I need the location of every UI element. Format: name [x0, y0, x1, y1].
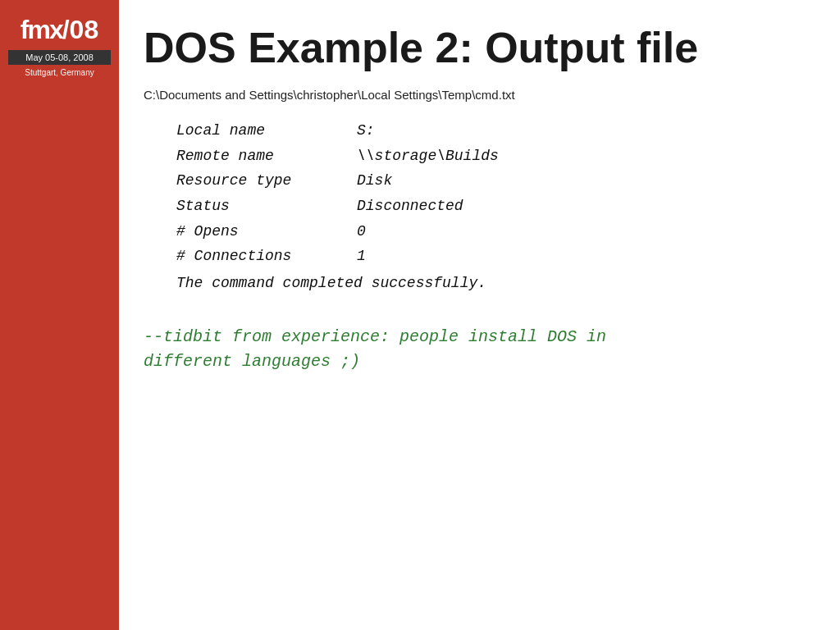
- logo-fmx-text: fmx: [21, 15, 62, 45]
- tidbit-line1: --tidbit from experience: people install…: [144, 325, 807, 349]
- output-label: # Opens: [176, 219, 357, 244]
- table-row: # Connections1: [176, 244, 807, 269]
- output-label: Local name: [176, 118, 357, 144]
- output-label: Remote name: [176, 144, 357, 169]
- date-bar: May 05-08, 2008: [8, 50, 111, 65]
- logo-box: fmx/08: [21, 15, 98, 45]
- output-block: Local nameS:Remote name\\storage\BuildsR…: [176, 118, 807, 295]
- logo-area: fmx/08 May 05-08, 2008 Stuttgart, German…: [0, 8, 119, 77]
- page-title: DOS Example 2: Output file: [144, 25, 807, 71]
- output-value: 1: [357, 244, 366, 269]
- table-row: Resource typeDisk: [176, 168, 807, 194]
- output-label: Resource type: [176, 168, 357, 194]
- file-path: C:\Documents and Settings\christopher\Lo…: [144, 88, 807, 102]
- output-value: \\storage\Builds: [357, 144, 499, 169]
- output-value: Disk: [357, 168, 392, 194]
- tidbit-line2: different languages ;): [144, 349, 807, 374]
- table-row: # Opens0: [176, 219, 807, 244]
- output-label: # Connections: [176, 244, 357, 269]
- success-message: The command completed successfully.: [176, 271, 807, 296]
- table-row: StatusDisconnected: [176, 194, 807, 219]
- output-value: 0: [357, 219, 366, 244]
- sidebar: fmx/08 May 05-08, 2008 Stuttgart, German…: [0, 0, 119, 630]
- output-value: Disconnected: [357, 194, 463, 219]
- table-row: Remote name\\storage\Builds: [176, 144, 807, 169]
- location-text: Stuttgart, Germany: [25, 68, 94, 77]
- output-label: Status: [176, 194, 357, 219]
- main-content: DOS Example 2: Output file C:\Documents …: [119, 0, 840, 630]
- output-value: S:: [357, 118, 375, 144]
- tidbit-text: --tidbit from experience: people install…: [144, 325, 807, 374]
- logo-slash-year: /08: [62, 15, 98, 45]
- table-row: Local nameS:: [176, 118, 807, 144]
